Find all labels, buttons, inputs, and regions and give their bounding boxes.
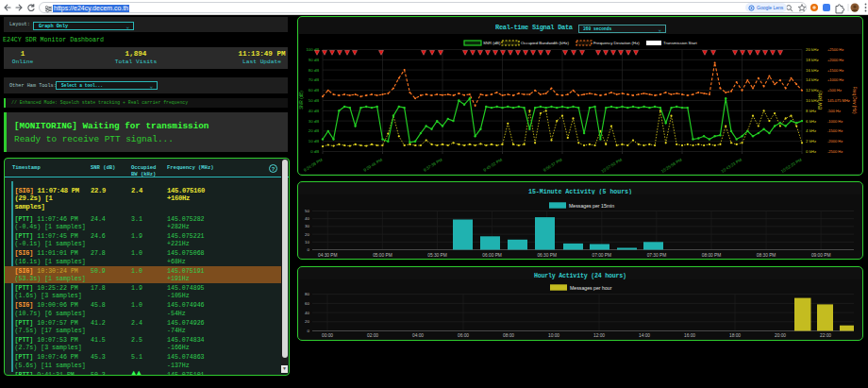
svg-text:12:00: 12:00 (593, 333, 605, 338)
svg-text:06:00: 06:00 (458, 333, 469, 338)
svg-text:08:30 PM: 08:30 PM (757, 253, 776, 258)
svg-text:40: 40 (305, 311, 309, 315)
svg-text:12 kHz: 12 kHz (806, 88, 819, 93)
svg-text:07:30 PM: 07:30 PM (647, 253, 667, 258)
svg-text:-1500 Hz: -1500 Hz (827, 128, 843, 133)
svg-text:+1000 Hz: +1000 Hz (827, 77, 843, 82)
svg-text:10 kHz: 10 kHz (806, 98, 819, 103)
svg-text:40: 40 (305, 216, 309, 221)
svg-text:40 dB: 40 dB (309, 109, 319, 113)
svg-text:Freq Dev (Hz): Freq Dev (Hz) (852, 87, 857, 114)
svg-text:4 kHz: 4 kHz (806, 128, 816, 133)
svg-text:0 kHz: 0 kHz (806, 149, 816, 154)
svg-text:05:00 PM: 05:00 PM (373, 253, 392, 258)
svg-text:10:00: 10:00 (548, 333, 559, 338)
svg-text:20: 20 (305, 319, 309, 324)
svg-text:02:00: 02:00 (367, 333, 378, 338)
svg-text:Frequency Deviation (Hz): Frequency Deviation (Hz) (593, 41, 640, 45)
svg-text:22:00: 22:00 (820, 333, 831, 338)
svg-text:07:00 PM: 07:00 PM (593, 253, 612, 258)
svg-text:00:00: 00:00 (322, 333, 333, 338)
svg-text:10: 10 (305, 240, 309, 245)
svg-text:+1500 Hz: +1500 Hz (827, 68, 843, 73)
svg-text:Messages per 15min: Messages per 15min (569, 203, 614, 209)
svg-text:30 dB: 30 dB (309, 119, 319, 124)
svg-text:20 kHz: 20 kHz (806, 47, 819, 52)
svg-text:20: 20 (305, 232, 309, 237)
svg-text:14:00: 14:00 (639, 333, 650, 338)
svg-text:60: 60 (305, 301, 309, 306)
svg-text:Occupied Bandwidth (kHz): Occupied Bandwidth (kHz) (521, 41, 569, 45)
svg-text:6 kHz: 6 kHz (806, 119, 816, 124)
svg-text:10 dB: 10 dB (309, 139, 319, 143)
svg-text:80 dB: 80 dB (309, 68, 319, 73)
svg-text:04:30 PM: 04:30 PM (318, 253, 338, 258)
svg-text:14 kHz: 14 kHz (806, 77, 819, 82)
svg-text:90 dB: 90 dB (309, 58, 319, 62)
svg-text:18:00: 18:00 (729, 333, 741, 338)
svg-text:SNR (dB): SNR (dB) (299, 91, 304, 110)
svg-text:50 dB: 50 dB (309, 98, 319, 103)
svg-text:06:30 PM: 06:30 PM (537, 253, 557, 258)
svg-text:0 dB: 0 dB (310, 149, 319, 154)
svg-text:+2500 Hz: +2500 Hz (827, 47, 843, 52)
svg-text:16:00: 16:00 (684, 333, 695, 338)
svg-text:18 kHz: 18 kHz (806, 58, 819, 62)
svg-text:20 dB: 20 dB (309, 128, 319, 133)
svg-text:05:30 PM: 05:30 PM (427, 253, 447, 258)
svg-text:08:00: 08:00 (503, 333, 514, 338)
svg-text:09:00 PM: 09:00 PM (811, 253, 831, 258)
svg-text:Messages per hour: Messages per hour (570, 285, 612, 291)
svg-text:15-Minute Activity (5 hours): 15-Minute Activity (5 hours) (528, 189, 632, 195)
svg-text:-500 Hz: -500 Hz (827, 109, 841, 113)
svg-text:-2000 Hz: -2000 Hz (827, 139, 843, 143)
svg-text:06:00 PM: 06:00 PM (482, 253, 502, 258)
svg-text:20:00: 20:00 (775, 333, 786, 338)
svg-text:+500 Hz: +500 Hz (827, 88, 842, 93)
svg-text:50: 50 (305, 209, 309, 213)
svg-text:60 dB: 60 dB (309, 88, 319, 93)
svg-text:Real-time Signal Data: Real-time Signal Data (495, 24, 574, 31)
svg-text:+2000 Hz: +2000 Hz (827, 58, 843, 62)
svg-text:80: 80 (305, 292, 309, 296)
svg-text:-2500 Hz: -2500 Hz (827, 149, 843, 154)
svg-text:BW (kHz): BW (kHz) (818, 91, 823, 110)
svg-text:145.075 MHz: 145.075 MHz (827, 98, 850, 103)
svg-text:2 kHz: 2 kHz (806, 139, 816, 143)
svg-text:16 kHz: 16 kHz (806, 68, 819, 73)
svg-text:30: 30 (305, 224, 309, 228)
svg-text:Hourly Activity (24 hours): Hourly Activity (24 hours) (534, 273, 626, 279)
svg-text:70 dB: 70 dB (309, 77, 319, 82)
svg-text:8 kHz: 8 kHz (806, 109, 816, 113)
svg-text:-1000 Hz: -1000 Hz (827, 119, 843, 124)
svg-text:Transmission Start: Transmission Start (663, 41, 697, 45)
svg-text:04:00: 04:00 (412, 333, 424, 338)
svg-text:SNR (dB): SNR (dB) (483, 41, 501, 45)
svg-text:08:00 PM: 08:00 PM (702, 253, 722, 258)
